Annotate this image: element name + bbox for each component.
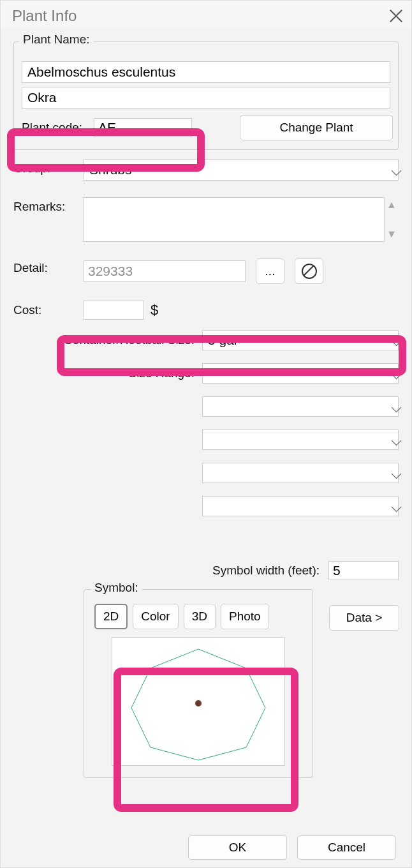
detail-clear-button[interactable] [295, 258, 323, 284]
size-range-label: Size Range: [13, 366, 202, 380]
change-plant-button[interactable]: Change Plant [240, 115, 393, 140]
scroll-up-icon[interactable]: ▲ [386, 197, 397, 213]
plant-info-window: Plant Info Plant Name: Plant code: Chang… [0, 0, 412, 868]
tab-3d[interactable]: 3D [184, 604, 216, 629]
symbol-group: Symbol: 2D Color 3D Photo Data > [84, 589, 313, 778]
symbol-width-label: Symbol width (feet): [212, 564, 320, 578]
plant-name-group: Plant Name: Plant code: Change Plant [13, 41, 399, 150]
extra-select-2[interactable] [202, 430, 399, 450]
window-title: Plant Info [12, 7, 77, 25]
extra-select-3[interactable] [202, 463, 399, 483]
detail-input[interactable] [84, 260, 246, 282]
cost-input[interactable] [84, 301, 144, 320]
container-size-value: 5 gal [208, 333, 237, 348]
ok-button[interactable]: OK [188, 835, 287, 860]
tab-photo[interactable]: Photo [221, 604, 269, 629]
remarks-textarea[interactable] [84, 197, 385, 242]
plant-code-label: Plant code: [22, 121, 82, 135]
cancel-button[interactable]: Cancel [297, 835, 396, 860]
symbol-width-input[interactable] [328, 561, 399, 580]
cost-label: Cost: [13, 301, 84, 317]
detail-label: Detail: [13, 258, 84, 275]
extra-select-4[interactable] [202, 496, 399, 516]
currency-symbol: $ [151, 302, 158, 318]
plant-scientific-name-input[interactable] [22, 61, 390, 83]
container-size-select[interactable]: 5 gal [202, 330, 399, 350]
remarks-label: Remarks: [13, 197, 84, 214]
remarks-scrollbar[interactable]: ▲ ▼ [385, 197, 399, 242]
close-icon[interactable] [387, 7, 405, 25]
plant-code-input[interactable] [94, 118, 192, 137]
svg-point-1 [195, 700, 202, 707]
extra-select-1[interactable] [202, 396, 399, 417]
symbol-legend: Symbol: [91, 581, 142, 595]
detail-browse-button[interactable]: ... [256, 258, 284, 284]
tab-2d[interactable]: 2D [94, 604, 128, 629]
group-select-value: Shrubs [89, 162, 132, 177]
title-bar: Plant Info [1, 1, 411, 27]
symbol-preview[interactable] [112, 637, 285, 766]
data-button[interactable]: Data > [329, 605, 399, 631]
plant-name-legend: Plant Name: [19, 33, 94, 47]
prohibit-icon [302, 264, 317, 279]
symbol-2d-drawing [112, 638, 284, 765]
scroll-down-icon[interactable]: ▼ [386, 227, 397, 242]
group-select[interactable]: Shrubs [84, 159, 399, 181]
container-size-label: Container/Rootball Size: [13, 333, 202, 347]
size-range-select[interactable] [202, 363, 399, 384]
tab-color[interactable]: Color [133, 604, 178, 629]
plant-common-name-input[interactable] [22, 87, 390, 108]
group-label: Group: [13, 159, 84, 176]
